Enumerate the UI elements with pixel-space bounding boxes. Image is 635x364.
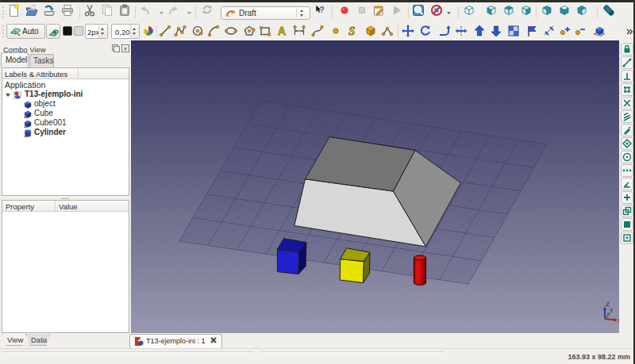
svg-text:Y: Y (610, 308, 614, 313)
svg-text:?: ? (320, 6, 325, 14)
svg-text:Z: Z (606, 301, 610, 307)
svg-text:S: S (348, 25, 355, 37)
svg-text:A: A (278, 25, 286, 37)
